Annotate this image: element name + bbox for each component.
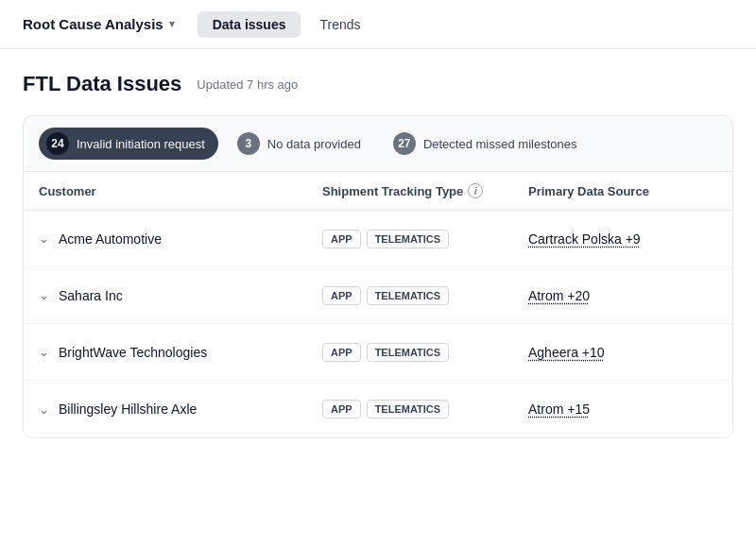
- customer-cell-3: ⌄ Billingsley Hillshire Axle: [39, 402, 322, 417]
- customer-cell-1: ⌄ Sahara Inc: [39, 288, 322, 303]
- brand-label: Root Cause Analysis: [23, 16, 163, 32]
- tag-app-0: APP: [322, 230, 361, 248]
- chip-count-no-data: 3: [237, 132, 260, 155]
- datasource-link-0[interactable]: Cartrack Polska +9: [528, 231, 641, 247]
- tracking-cell-3: APP TELEMATICS: [322, 400, 528, 419]
- chip-count-missed: 27: [393, 132, 416, 155]
- tag-app-1: APP: [322, 286, 361, 305]
- nav-tabs: Data issues Trends: [198, 11, 376, 38]
- expand-btn-3[interactable]: ⌄: [39, 402, 49, 417]
- col-header-datasource: Primary Data Source: [528, 183, 717, 198]
- datasource-cell-0: Cartrack Polska +9: [528, 231, 717, 247]
- datasource-cell-1: Atrom +20: [528, 288, 717, 303]
- tracking-cell-0: APP TELEMATICS: [322, 230, 528, 248]
- tracking-cell-2: APP TELEMATICS: [322, 343, 528, 362]
- top-navigation: Root Cause Analysis ▾ Data issues Trends: [0, 0, 756, 49]
- chip-missed-milestones[interactable]: 27 Detected missed milestones: [386, 128, 591, 160]
- tracking-info-icon[interactable]: i: [468, 183, 483, 198]
- datasource-link-2[interactable]: Agheera +10: [528, 345, 605, 360]
- customer-name-1: Sahara Inc: [59, 288, 123, 303]
- customer-cell-2: ⌄ BrightWave Technologies: [39, 345, 322, 360]
- expand-btn-1[interactable]: ⌄: [39, 288, 49, 302]
- tag-telematics-2: TELEMATICS: [367, 343, 449, 362]
- chip-label-no-data: No data provided: [267, 137, 361, 151]
- tag-telematics-3: TELEMATICS: [367, 400, 449, 419]
- chip-no-data[interactable]: 3 No data provided: [230, 128, 374, 160]
- data-table: Customer Shipment Tracking Type i Primar…: [24, 172, 732, 437]
- tab-data-issues[interactable]: Data issues: [198, 11, 301, 38]
- brand-chevron-icon: ▾: [169, 18, 175, 30]
- chip-invalid-initiation[interactable]: 24 Invalid initiation request: [39, 128, 218, 160]
- customer-name-3: Billingsley Hillshire Axle: [59, 402, 197, 417]
- chip-label-missed: Detected missed milestones: [423, 137, 577, 151]
- tab-trends[interactable]: Trends: [304, 11, 375, 38]
- customer-name-0: Acme Automotive: [59, 231, 162, 247]
- tag-telematics-1: TELEMATICS: [367, 286, 449, 305]
- table-header-row: Customer Shipment Tracking Type i Primar…: [24, 172, 732, 211]
- page-title: FTL Data Issues: [23, 72, 181, 96]
- tracking-cell-1: APP TELEMATICS: [322, 286, 528, 305]
- customer-name-2: BrightWave Technologies: [59, 345, 207, 360]
- data-issues-container: 24 Invalid initiation request 3 No data …: [23, 115, 733, 438]
- tag-telematics-0: TELEMATICS: [367, 230, 449, 248]
- table-row: ⌄ BrightWave Technologies APP TELEMATICS…: [24, 324, 732, 381]
- expand-btn-2[interactable]: ⌄: [39, 345, 49, 359]
- expand-btn-0[interactable]: ⌄: [39, 231, 49, 246]
- table-row: ⌄ Sahara Inc APP TELEMATICS Atrom +20: [24, 267, 732, 324]
- brand-title[interactable]: Root Cause Analysis ▾: [15, 10, 182, 38]
- col-header-customer: Customer: [39, 183, 322, 198]
- chip-count-invalid: 24: [46, 132, 69, 155]
- datasource-cell-2: Agheera +10: [528, 345, 717, 360]
- table-row: ⌄ Acme Automotive APP TELEMATICS Cartrac…: [24, 211, 732, 267]
- datasource-link-3[interactable]: Atrom +15: [528, 402, 590, 417]
- datasource-cell-3: Atrom +15: [528, 402, 717, 417]
- page-content: FTL Data Issues Updated 7 hrs ago 24 Inv…: [0, 49, 756, 461]
- chip-label-invalid: Invalid initiation request: [77, 137, 205, 151]
- datasource-link-1[interactable]: Atrom +20: [528, 288, 590, 303]
- tag-app-3: APP: [322, 400, 361, 419]
- col-header-tracking: Shipment Tracking Type i: [322, 183, 528, 198]
- page-header: FTL Data Issues Updated 7 hrs ago: [23, 72, 733, 96]
- filter-chips-row: 24 Invalid initiation request 3 No data …: [24, 116, 732, 172]
- table-row: ⌄ Billingsley Hillshire Axle APP TELEMAT…: [24, 381, 732, 437]
- tag-app-2: APP: [322, 343, 361, 362]
- updated-timestamp: Updated 7 hrs ago: [197, 77, 298, 92]
- customer-cell-0: ⌄ Acme Automotive: [39, 231, 322, 247]
